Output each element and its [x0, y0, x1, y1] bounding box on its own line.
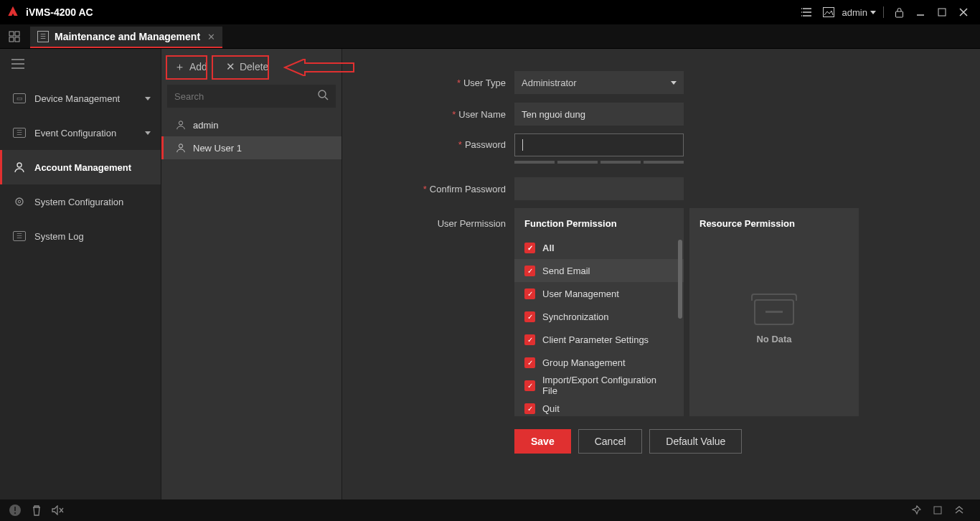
- empty-box-icon: [754, 299, 794, 325]
- checkbox-icon[interactable]: ✓: [524, 357, 535, 368]
- gear-icon: [13, 197, 26, 207]
- chevron-down-icon: [671, 81, 677, 85]
- x-icon: ✕: [226, 60, 235, 73]
- search-icon: [318, 90, 329, 103]
- checkbox-icon[interactable]: ✓: [524, 266, 535, 276]
- scrollbar[interactable]: [678, 240, 682, 319]
- mute-icon[interactable]: [50, 502, 66, 518]
- perm-item-synchronization[interactable]: ✓Synchronization: [524, 305, 674, 328]
- svg-point-17: [14, 512, 16, 514]
- hamburger-icon[interactable]: [0, 49, 161, 81]
- label-password: *Password: [371, 133, 514, 150]
- alert-icon[interactable]: [7, 502, 23, 518]
- svg-rect-3: [823, 8, 834, 17]
- add-button[interactable]: ＋Add: [167, 56, 215, 78]
- sidebar-item-label: Account Management: [34, 162, 131, 173]
- delete-button[interactable]: ✕Delete: [219, 56, 275, 78]
- svg-point-10: [17, 163, 22, 167]
- expand-up-icon[interactable]: [951, 502, 967, 518]
- tab-maintenance[interactable]: ☰ Maintenance and Management ✕: [30, 27, 222, 48]
- minimize-icon[interactable]: [913, 4, 928, 20]
- status-bar: [0, 499, 980, 521]
- tab-title: Maintenance and Management: [55, 31, 200, 42]
- checkbox-icon[interactable]: ✓: [524, 243, 535, 253]
- svg-rect-18: [934, 507, 941, 514]
- label-confirm-password: *Confirm Password: [371, 184, 514, 194]
- user-list-panel: ＋Add ✕Delete admin New User 1: [161, 49, 342, 499]
- form-actions: Save Cancel Default Value: [514, 429, 951, 454]
- user-type-select[interactable]: Administrator: [514, 71, 684, 94]
- sidebar-item-event-configuration[interactable]: ☰ Event Configuration: [0, 116, 161, 150]
- sidebar-item-account-management[interactable]: Account Management: [0, 150, 161, 184]
- image-icon[interactable]: [821, 4, 837, 20]
- perm-item-import-export[interactable]: ✓Import/Export Configuration File: [524, 374, 674, 397]
- perm-item-group-management[interactable]: ✓Group Management: [524, 351, 674, 374]
- label-user-name: *User Name: [371, 109, 514, 120]
- window-icon[interactable]: [930, 502, 946, 518]
- save-button[interactable]: Save: [514, 429, 571, 454]
- checkbox-icon[interactable]: ✓: [524, 288, 535, 299]
- sidebar-item-system-log[interactable]: ☰ System Log: [0, 219, 161, 253]
- resource-permission-box: Resource Permission No Data: [689, 208, 859, 416]
- svg-rect-6: [9, 32, 14, 36]
- search-field[interactable]: [174, 91, 318, 102]
- person-icon: [13, 162, 26, 172]
- chevron-down-icon: [145, 131, 151, 135]
- checkbox-icon[interactable]: ✓: [524, 403, 535, 414]
- main-area: ▭ Device Management ☰ Event Configuratio…: [0, 49, 980, 499]
- user-form: *User Type Administrator *User Name *Pas…: [342, 49, 980, 499]
- svg-point-2: [801, 15, 802, 17]
- log-icon: ☰: [13, 231, 26, 241]
- svg-point-15: [179, 144, 182, 148]
- svg-point-14: [179, 121, 182, 125]
- sidebar-item-label: System Log: [34, 231, 84, 242]
- pin-icon[interactable]: [908, 502, 924, 518]
- tab-bar: ☰ Maintenance and Management ✕: [0, 24, 980, 49]
- sidebar-item-label: System Configuration: [34, 197, 123, 207]
- perm-item-quit[interactable]: ✓Quit: [524, 397, 674, 416]
- label-user-permission: User Permission: [371, 208, 514, 229]
- perm-item-client-params[interactable]: ✓Client Parameter Settings: [524, 328, 674, 351]
- sidebar-item-system-configuration[interactable]: System Configuration: [0, 184, 161, 219]
- default-value-button[interactable]: Default Value: [649, 429, 742, 454]
- checkbox-icon[interactable]: ✓: [524, 380, 535, 391]
- no-data-label: No Data: [756, 334, 791, 344]
- cancel-button[interactable]: Cancel: [578, 429, 643, 454]
- svg-rect-4: [895, 11, 903, 17]
- checkbox-icon[interactable]: ✓: [524, 311, 535, 322]
- chevron-down-icon: [145, 97, 151, 100]
- apps-grid-icon[interactable]: [4, 24, 24, 48]
- perm-item-send-email[interactable]: ✓Send Email: [514, 259, 684, 282]
- maximize-icon[interactable]: [934, 4, 950, 20]
- confirm-password-input[interactable]: [514, 177, 684, 200]
- sidebar-item-device-management[interactable]: ▭ Device Management: [0, 81, 161, 116]
- user-list-item-admin[interactable]: admin: [161, 113, 341, 136]
- tab-close-icon[interactable]: ✕: [207, 32, 215, 42]
- user-name-input[interactable]: [514, 103, 684, 126]
- perm-item-user-management[interactable]: ✓User Management: [524, 282, 674, 305]
- close-icon[interactable]: [956, 4, 971, 20]
- svg-point-12: [18, 200, 21, 203]
- no-data: No Data: [689, 236, 859, 401]
- trash-icon[interactable]: [29, 502, 44, 518]
- resource-permission-header: Resource Permission: [689, 218, 859, 236]
- event-icon: ☰: [13, 128, 26, 138]
- device-icon: ▭: [13, 93, 26, 103]
- perm-item-all[interactable]: ✓All: [524, 236, 674, 259]
- sidebar: ▭ Device Management ☰ Event Configuratio…: [0, 49, 161, 499]
- user-list-item-new-user[interactable]: New User 1: [161, 136, 341, 159]
- svg-rect-9: [15, 37, 19, 42]
- list-icon[interactable]: [799, 4, 815, 20]
- chevron-down-icon: [870, 11, 876, 14]
- user-list: admin New User 1: [161, 113, 341, 159]
- checkbox-icon[interactable]: ✓: [524, 334, 535, 345]
- lock-icon[interactable]: [891, 4, 907, 20]
- label-user-type: *User Type: [371, 78, 514, 88]
- user-menu[interactable]: admin: [842, 7, 876, 18]
- person-icon: [176, 120, 186, 130]
- function-permission-box: Function Permission ✓All ✓Send Email ✓Us…: [514, 208, 684, 416]
- sidebar-item-label: Event Configuration: [34, 128, 116, 139]
- password-input[interactable]: [514, 133, 684, 156]
- plus-icon: ＋: [174, 60, 185, 74]
- search-input[interactable]: [167, 85, 336, 108]
